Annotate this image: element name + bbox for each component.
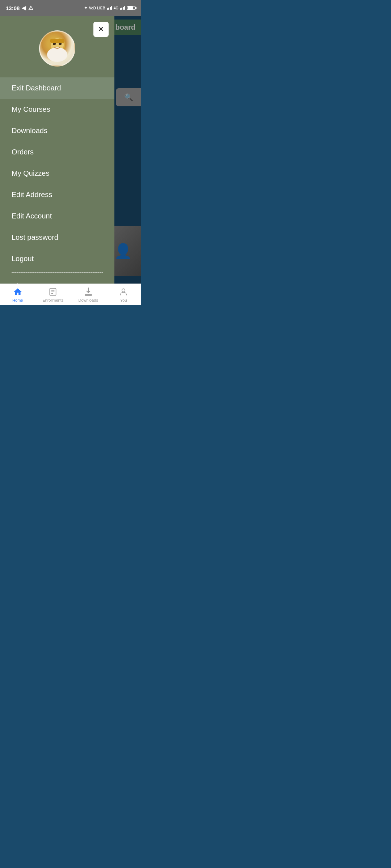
svg-point-2 (47, 47, 67, 62)
nav-label-downloads: Downloads (79, 298, 98, 302)
menu-item-edit-address[interactable]: Edit Address (0, 184, 114, 205)
menu-list: Exit Dashboard My Courses Downloads Orde… (0, 77, 114, 284)
status-bar: 13:08 ◀ ⚠ ✦ VoD LiEB 4G (0, 0, 141, 16)
location-icon: ◀ (22, 5, 26, 11)
menu-item-logout[interactable]: Logout (0, 248, 114, 269)
nav-label-you: You (120, 298, 127, 302)
menu-divider (12, 272, 103, 273)
menu-item-lost-password[interactable]: Lost password (0, 227, 114, 248)
svg-rect-5 (50, 39, 64, 43)
menu-item-edit-account[interactable]: Edit Account (0, 205, 114, 227)
nav-item-home[interactable]: Home (0, 287, 35, 302)
you-icon (119, 287, 128, 297)
warning-icon: ⚠ (28, 5, 33, 11)
menu-item-my-quizzes[interactable]: My Quizzes (0, 163, 114, 184)
nav-item-enrollments[interactable]: Enrollments (35, 287, 71, 302)
nav-label-home: Home (12, 298, 23, 302)
home-icon (13, 287, 22, 297)
drawer-overlay: ✕ Exit Dashboard (0, 16, 141, 284)
signal-bars-1 (107, 6, 112, 10)
status-right: ✦ VoD LiEB 4G (84, 5, 135, 10)
menu-item-orders[interactable]: Orders (0, 141, 114, 163)
time-display: 13:08 (6, 5, 20, 11)
menu-item-my-courses[interactable]: My Courses (0, 99, 114, 120)
drawer-dim-overlay[interactable] (114, 16, 141, 284)
nav-item-you[interactable]: You (106, 287, 142, 302)
battery-icon (127, 6, 135, 10)
bluetooth-icon: ✦ (84, 5, 88, 10)
menu-item-exit-dashboard[interactable]: Exit Dashboard (0, 77, 114, 99)
downloads-icon (84, 287, 93, 297)
enrollments-icon (48, 287, 58, 297)
svg-rect-10 (85, 294, 92, 295)
nav-label-enrollments: Enrollments (42, 298, 63, 302)
menu-item-share-earn[interactable]: Share & Earn (0, 276, 114, 284)
nav-item-downloads[interactable]: Downloads (71, 287, 106, 302)
menu-item-downloads[interactable]: Downloads (0, 120, 114, 141)
svg-point-11 (122, 289, 125, 292)
voip-icon: VoD LiEB (89, 6, 105, 10)
avatar-section (0, 16, 114, 77)
status-left: 13:08 ◀ ⚠ (6, 5, 33, 11)
bottom-navigation: Home Enrollments Downloads You (0, 284, 141, 305)
avatar (39, 30, 75, 67)
network-icon: 4G (114, 6, 118, 10)
signal-bars-2 (120, 6, 125, 10)
drawer-panel: ✕ Exit Dashboard (0, 16, 114, 284)
